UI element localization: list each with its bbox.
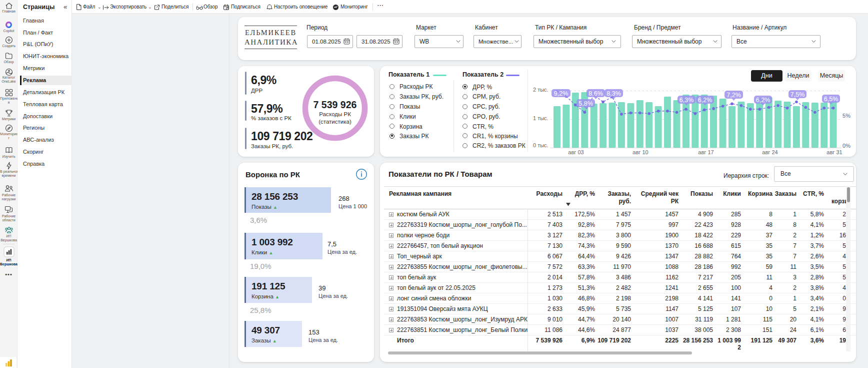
svg-text:5,8%: 5,8% — [578, 100, 593, 107]
svg-text:авг 24: авг 24 — [762, 149, 778, 155]
svg-text:авг 10: авг 10 — [632, 149, 648, 155]
svg-text:авг 03: авг 03 — [568, 149, 584, 155]
svg-text:9,2%: 9,2% — [554, 90, 568, 97]
svg-text:5%: 5% — [842, 113, 850, 119]
svg-text:7,2%: 7,2% — [726, 92, 741, 99]
svg-text:1 тыс.: 1 тыс. — [533, 115, 548, 121]
svg-text:8,6%: 8,6% — [588, 90, 603, 97]
svg-text:8,3%: 8,3% — [606, 90, 621, 97]
svg-text:0%: 0% — [842, 143, 850, 149]
svg-text:6,2%: 6,2% — [756, 97, 770, 104]
svg-text:авг 17: авг 17 — [698, 149, 714, 155]
svg-text:6,3%: 6,3% — [680, 97, 694, 104]
svg-text:7,5%: 7,5% — [790, 91, 805, 98]
svg-text:6,5%: 6,5% — [824, 96, 838, 103]
svg-text:авг 31: авг 31 — [826, 149, 842, 155]
svg-text:2 тыс.: 2 тыс. — [533, 87, 548, 93]
svg-text:0 тыс.: 0 тыс. — [533, 142, 548, 148]
svg-text:6,2%: 6,2% — [698, 97, 712, 104]
